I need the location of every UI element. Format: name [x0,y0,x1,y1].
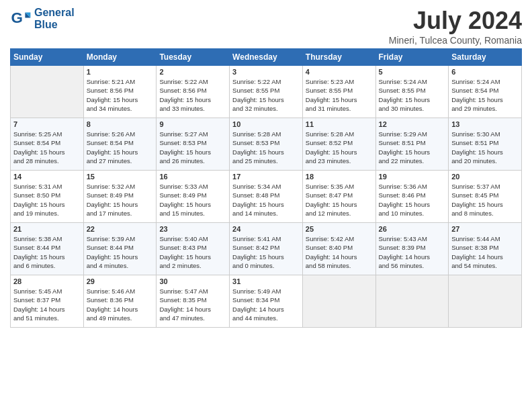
day-number: 2 [159,68,226,76]
day-info: Sunrise: 5:21 AM Sunset: 8:56 PM Dayligh… [87,77,154,113]
day-info: Sunrise: 5:27 AM Sunset: 8:53 PM Dayligh… [159,130,226,165]
day-number: 12 [379,120,446,128]
calendar-cell: 19Sunrise: 5:36 AM Sunset: 8:46 PM Dayli… [375,171,449,223]
calendar-cell [449,275,522,328]
weekday-header-monday: Monday [83,49,157,66]
location: Mineri, Tulcea County, Romania [389,35,522,46]
day-number: 14 [13,173,81,181]
day-info: Sunrise: 5:34 AM Sunset: 8:48 PM Dayligh… [232,182,300,218]
day-info: Sunrise: 5:28 AM Sunset: 8:53 PM Dayligh… [232,130,300,165]
day-number: 21 [13,225,81,233]
day-number: 23 [159,225,226,233]
day-info: Sunrise: 5:36 AM Sunset: 8:46 PM Dayligh… [379,182,446,218]
day-number: 20 [451,173,519,181]
day-number: 9 [159,120,226,128]
calendar-table: SundayMondayTuesdayWednesdayThursdayFrid… [10,48,522,328]
day-info: Sunrise: 5:35 AM Sunset: 8:47 PM Dayligh… [306,182,373,218]
day-info: Sunrise: 5:37 AM Sunset: 8:45 PM Dayligh… [451,182,519,218]
day-number: 4 [306,68,373,76]
day-number: 29 [87,277,154,285]
calendar-cell: 21Sunrise: 5:38 AM Sunset: 8:44 PM Dayli… [11,223,84,275]
weekday-header-thursday: Thursday [302,49,375,66]
logo-icon: G [10,8,32,30]
calendar-cell: 7Sunrise: 5:25 AM Sunset: 8:54 PM Daylig… [11,118,84,171]
weekday-header-friday: Friday [375,49,449,66]
day-info: Sunrise: 5:49 AM Sunset: 8:34 PM Dayligh… [232,287,300,322]
title-block: July 2024 Mineri, Tulcea County, Romania [389,7,522,46]
calendar-cell: 2Sunrise: 5:22 AM Sunset: 8:56 PM Daylig… [157,66,230,118]
day-number: 17 [232,173,300,181]
weekday-header-tuesday: Tuesday [157,49,230,66]
calendar-cell: 28Sunrise: 5:45 AM Sunset: 8:37 PM Dayli… [11,275,84,328]
calendar-cell: 10Sunrise: 5:28 AM Sunset: 8:53 PM Dayli… [230,118,303,171]
calendar-cell: 4Sunrise: 5:23 AM Sunset: 8:55 PM Daylig… [302,66,375,118]
calendar-cell [375,275,449,328]
day-info: Sunrise: 5:46 AM Sunset: 8:36 PM Dayligh… [87,287,154,322]
calendar-cell: 25Sunrise: 5:42 AM Sunset: 8:40 PM Dayli… [302,223,375,275]
calendar-cell: 24Sunrise: 5:41 AM Sunset: 8:42 PM Dayli… [230,223,303,275]
day-number: 5 [379,68,446,76]
day-info: Sunrise: 5:31 AM Sunset: 8:50 PM Dayligh… [13,182,81,218]
day-number: 19 [379,173,446,181]
calendar-week-2: 7Sunrise: 5:25 AM Sunset: 8:54 PM Daylig… [11,118,522,171]
day-info: Sunrise: 5:24 AM Sunset: 8:55 PM Dayligh… [379,77,446,113]
calendar-week-1: 1Sunrise: 5:21 AM Sunset: 8:56 PM Daylig… [11,66,522,118]
day-number: 1 [87,68,154,76]
day-number: 16 [159,173,226,181]
day-number: 26 [379,225,446,233]
calendar-cell: 9Sunrise: 5:27 AM Sunset: 8:53 PM Daylig… [157,118,230,171]
weekday-header-wednesday: Wednesday [230,49,303,66]
calendar-cell: 17Sunrise: 5:34 AM Sunset: 8:48 PM Dayli… [230,171,303,223]
weekday-header-saturday: Saturday [449,49,522,66]
day-info: Sunrise: 5:47 AM Sunset: 8:35 PM Dayligh… [159,287,226,322]
day-info: Sunrise: 5:38 AM Sunset: 8:44 PM Dayligh… [13,234,81,270]
calendar-cell: 11Sunrise: 5:28 AM Sunset: 8:52 PM Dayli… [302,118,375,171]
header: G General Blue July 2024 Mineri, Tulcea … [10,7,522,46]
calendar-cell [302,275,375,328]
calendar-cell [11,66,84,118]
calendar-cell: 14Sunrise: 5:31 AM Sunset: 8:50 PM Dayli… [11,171,84,223]
calendar-cell: 18Sunrise: 5:35 AM Sunset: 8:47 PM Dayli… [302,171,375,223]
calendar-cell: 1Sunrise: 5:21 AM Sunset: 8:56 PM Daylig… [83,66,157,118]
day-info: Sunrise: 5:28 AM Sunset: 8:52 PM Dayligh… [306,130,373,165]
day-info: Sunrise: 5:22 AM Sunset: 8:55 PM Dayligh… [232,77,300,113]
day-number: 27 [451,225,519,233]
day-info: Sunrise: 5:41 AM Sunset: 8:42 PM Dayligh… [232,234,300,270]
day-info: Sunrise: 5:29 AM Sunset: 8:51 PM Dayligh… [379,130,446,165]
day-number: 7 [13,120,81,128]
day-info: Sunrise: 5:24 AM Sunset: 8:54 PM Dayligh… [451,77,519,113]
day-info: Sunrise: 5:44 AM Sunset: 8:38 PM Dayligh… [451,234,519,270]
calendar-cell: 3Sunrise: 5:22 AM Sunset: 8:55 PM Daylig… [230,66,303,118]
day-number: 30 [159,277,226,285]
calendar-cell: 12Sunrise: 5:29 AM Sunset: 8:51 PM Dayli… [375,118,449,171]
day-info: Sunrise: 5:23 AM Sunset: 8:55 PM Dayligh… [306,77,373,113]
calendar-cell: 13Sunrise: 5:30 AM Sunset: 8:51 PM Dayli… [449,118,522,171]
calendar-cell: 5Sunrise: 5:24 AM Sunset: 8:55 PM Daylig… [375,66,449,118]
day-number: 18 [306,173,373,181]
calendar-cell: 23Sunrise: 5:40 AM Sunset: 8:43 PM Dayli… [157,223,230,275]
svg-text:G: G [11,9,23,26]
day-info: Sunrise: 5:32 AM Sunset: 8:49 PM Dayligh… [87,182,154,218]
day-info: Sunrise: 5:26 AM Sunset: 8:54 PM Dayligh… [87,130,154,165]
day-info: Sunrise: 5:45 AM Sunset: 8:37 PM Dayligh… [13,287,81,322]
weekday-header-row: SundayMondayTuesdayWednesdayThursdayFrid… [11,49,522,66]
logo-text: General Blue [34,7,75,30]
calendar-cell: 20Sunrise: 5:37 AM Sunset: 8:45 PM Dayli… [449,171,522,223]
calendar-cell: 6Sunrise: 5:24 AM Sunset: 8:54 PM Daylig… [449,66,522,118]
day-info: Sunrise: 5:25 AM Sunset: 8:54 PM Dayligh… [13,130,81,165]
logo: G General Blue [10,7,75,30]
calendar-cell: 22Sunrise: 5:39 AM Sunset: 8:44 PM Dayli… [83,223,157,275]
calendar-cell: 15Sunrise: 5:32 AM Sunset: 8:49 PM Dayli… [83,171,157,223]
weekday-header-sunday: Sunday [11,49,84,66]
day-info: Sunrise: 5:30 AM Sunset: 8:51 PM Dayligh… [451,130,519,165]
calendar-week-3: 14Sunrise: 5:31 AM Sunset: 8:50 PM Dayli… [11,171,522,223]
calendar-cell: 29Sunrise: 5:46 AM Sunset: 8:36 PM Dayli… [83,275,157,328]
calendar-cell: 16Sunrise: 5:33 AM Sunset: 8:49 PM Dayli… [157,171,230,223]
day-info: Sunrise: 5:43 AM Sunset: 8:39 PM Dayligh… [379,234,446,270]
month-title: July 2024 [389,7,522,35]
calendar-cell: 30Sunrise: 5:47 AM Sunset: 8:35 PM Dayli… [157,275,230,328]
day-number: 31 [232,277,300,285]
day-number: 22 [87,225,154,233]
day-number: 28 [13,277,81,285]
day-info: Sunrise: 5:39 AM Sunset: 8:44 PM Dayligh… [87,234,154,270]
